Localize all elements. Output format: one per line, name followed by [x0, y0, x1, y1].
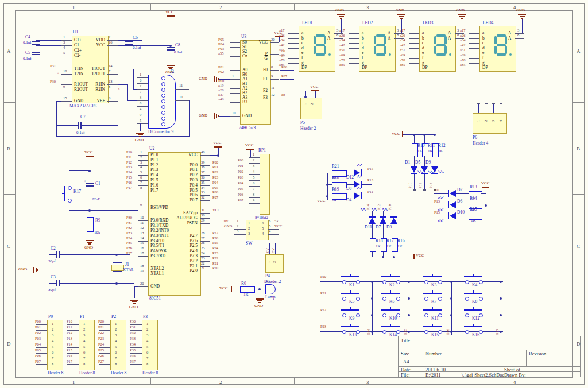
rp1-network[interactable]: [260, 154, 270, 215]
button-k6[interactable]: [381, 293, 400, 294]
net-label: P21: [320, 292, 326, 296]
wire: [478, 104, 479, 113]
resistor-r16[interactable]: [392, 238, 398, 252]
pin-number: 17: [140, 251, 144, 255]
button-k2[interactable]: [381, 276, 400, 277]
led-diode-icon[interactable]: [354, 192, 360, 199]
zone-tick: [438, 377, 438, 384]
resistor-r9[interactable]: [87, 217, 94, 232]
pin-name: RST/VPD: [150, 205, 168, 210]
button-k11[interactable]: [423, 309, 442, 311]
pin-number: 8: [140, 186, 142, 190]
button-k16[interactable]: [464, 326, 482, 327]
zone-tick: [150, 3, 151, 11]
pin: [288, 68, 299, 68]
wire: [56, 101, 57, 125]
pin: [288, 38, 299, 39]
net-label: GND: [224, 224, 232, 228]
pin-number: 16: [140, 246, 144, 250]
header-p0[interactable]: [47, 320, 63, 370]
junction-dot: [450, 314, 452, 316]
pin: [288, 53, 299, 53]
header-p6[interactable]: [473, 113, 507, 134]
pin-number: 9: [253, 199, 254, 203]
pin-number: 8: [336, 33, 338, 37]
resistor-r11[interactable]: [422, 143, 428, 157]
button-k17[interactable]: [64, 186, 65, 201]
button-k1[interactable]: [341, 276, 359, 277]
header-p4[interactable]: [265, 254, 284, 273]
c1-val: 22uF: [92, 197, 100, 201]
pin-number: 6: [115, 351, 117, 355]
gnd-icon: [86, 240, 94, 241]
pin-name: A: [448, 36, 451, 41]
pin-number: 6: [83, 351, 85, 355]
button-k5[interactable]: [341, 293, 359, 294]
led-diode-icon[interactable]: [450, 190, 456, 197]
wire: [90, 231, 90, 239]
resistor-r17[interactable]: [381, 238, 387, 252]
resistor-r18[interactable]: [370, 238, 376, 252]
wire: [134, 286, 135, 298]
header-p3[interactable]: [142, 320, 158, 370]
wire: [435, 174, 435, 189]
net-label: a70: [460, 59, 465, 63]
header-p5[interactable]: [300, 98, 322, 119]
button-k9: [350, 307, 351, 309]
button-k3[interactable]: [423, 276, 442, 277]
button-k4[interactable]: [464, 276, 482, 277]
pin-number: 32: [201, 196, 205, 200]
net-label: P15: [368, 167, 373, 171]
r0-val: 1K: [243, 293, 249, 297]
led-diode-icon[interactable]: [450, 212, 456, 219]
button-k12[interactable]: [464, 309, 482, 311]
resistor-r12[interactable]: [432, 143, 439, 157]
led-ref: LED4: [483, 21, 493, 25]
led-diode-icon[interactable]: [380, 218, 386, 224]
pin-name: c: [482, 41, 484, 45]
led-diode-icon[interactable]: [390, 218, 397, 224]
crystal-j1[interactable]: [111, 265, 124, 271]
seg-f: [314, 36, 316, 44]
u3-part: 74HC573: [239, 126, 256, 130]
net-label: a26: [339, 34, 345, 38]
led-diode-icon[interactable]: [450, 201, 456, 208]
net-label: VCC: [274, 224, 282, 228]
pin: [138, 256, 148, 257]
pin-number: 5: [115, 345, 117, 349]
gnd-icon: [132, 301, 137, 302]
d0-part: Lamp: [265, 295, 276, 300]
button-k7[interactable]: [423, 293, 442, 294]
pin: [230, 88, 240, 89]
net-label: P25: [98, 348, 104, 352]
button-k10[interactable]: [381, 309, 400, 311]
wire: [171, 46, 171, 48]
pin: [107, 101, 118, 102]
pin-name: VCC: [243, 40, 268, 45]
button-k13[interactable]: [341, 326, 359, 327]
r-val: 1K: [376, 245, 381, 249]
pin: [469, 43, 479, 44]
pin: [230, 56, 240, 57]
button-k9[interactable]: [341, 309, 359, 311]
pin-number: 8: [517, 33, 519, 37]
pin-number: 12: [271, 93, 275, 97]
wire: [434, 216, 448, 216]
net-label: a51: [279, 48, 284, 52]
led-diode-icon[interactable]: [369, 218, 376, 224]
button-k15[interactable]: [423, 326, 442, 327]
junction-dot: [450, 297, 452, 300]
wire: [327, 173, 332, 173]
net-label: a17: [339, 29, 345, 33]
lamp-d0[interactable]: [265, 284, 276, 294]
pin-number: 1: [146, 322, 148, 326]
header-p1[interactable]: [79, 320, 95, 370]
resistor-r10[interactable]: [412, 143, 418, 157]
header-p2[interactable]: [110, 320, 126, 370]
net-label: a34: [339, 38, 345, 42]
pin-name: e: [482, 51, 484, 55]
pin-name: d: [482, 46, 485, 51]
button-k8[interactable]: [464, 293, 482, 294]
button-k14[interactable]: [381, 326, 400, 327]
wire: [481, 193, 486, 194]
